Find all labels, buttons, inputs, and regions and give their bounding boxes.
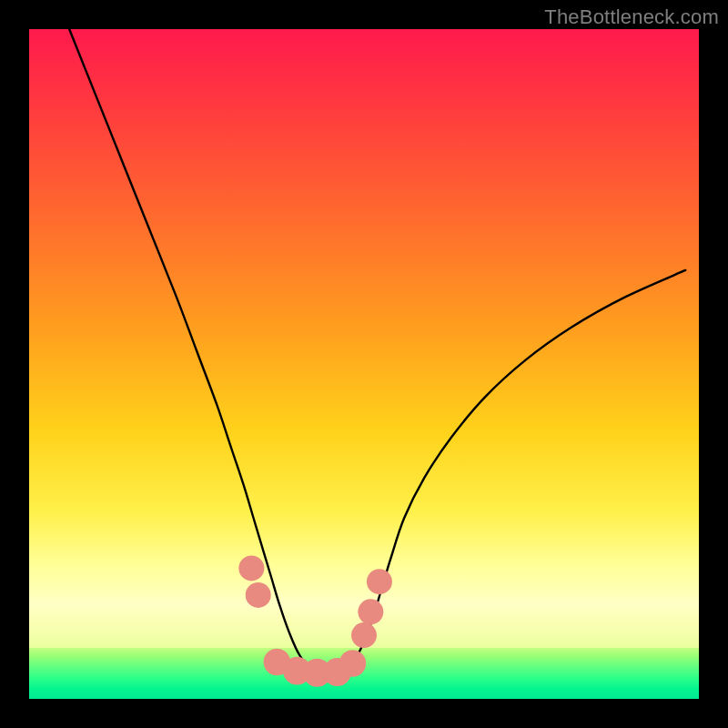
marker-right-lower [351,622,377,648]
marker-left-lower [246,582,271,608]
chart-svg [29,29,699,699]
curve-right-branch [338,270,686,673]
marker-right-upper [367,569,392,594]
watermark-text: TheBottleneck.com [544,5,719,29]
marker-right-mid [358,599,383,624]
curve-left-branch [69,29,337,673]
marker-group [238,555,392,686]
marker-left-upper [238,555,264,581]
marker-bottom-e [339,650,366,676]
plot-area [29,29,699,699]
frame: TheBottleneck.com [0,0,728,728]
